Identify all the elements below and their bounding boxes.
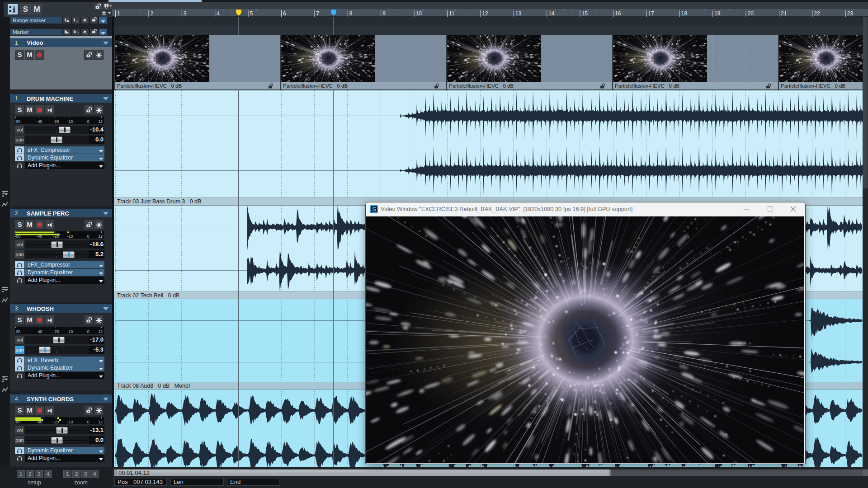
svg-text:22: 22: [814, 10, 820, 17]
svg-text:10: 10: [416, 10, 422, 17]
svg-text:1: 1: [117, 10, 120, 17]
svg-text:-10: -10: [67, 420, 73, 424]
svg-text:1: 1: [106, 5, 108, 9]
svg-text:12: 12: [99, 234, 103, 239]
svg-text:-40: -40: [37, 329, 42, 334]
svg-text:-10: -10: [67, 234, 73, 239]
svg-text:0: 0: [87, 329, 90, 334]
svg-text:15: 15: [582, 10, 588, 17]
svg-text:7: 7: [316, 10, 319, 17]
svg-text:6: 6: [283, 10, 286, 17]
svg-text:5: 5: [250, 10, 253, 17]
svg-text:2: 2: [150, 10, 153, 17]
svg-text:0: 0: [87, 420, 90, 424]
svg-text:3: 3: [184, 10, 187, 17]
svg-text:-80: -80: [15, 119, 21, 124]
svg-text:-10: -10: [67, 119, 73, 124]
svg-text:23: 23: [847, 10, 854, 17]
svg-text:0: 0: [87, 119, 90, 124]
svg-text:18: 18: [681, 10, 688, 17]
svg-text:-10: -10: [67, 329, 73, 334]
svg-text:-20: -20: [53, 420, 59, 424]
svg-text:12: 12: [99, 119, 103, 124]
svg-text:9: 9: [382, 10, 386, 17]
svg-text:-40: -40: [37, 119, 42, 124]
svg-text:12: 12: [99, 329, 103, 334]
svg-text:16: 16: [615, 10, 621, 17]
svg-text:8: 8: [349, 10, 353, 17]
svg-text:11: 11: [449, 10, 455, 17]
svg-text:12: 12: [482, 10, 488, 17]
svg-text:-20: -20: [53, 119, 59, 124]
svg-text:20: 20: [748, 10, 754, 17]
svg-text:-20: -20: [53, 329, 59, 334]
svg-text:13: 13: [515, 10, 522, 17]
svg-text:21: 21: [781, 10, 787, 17]
svg-text:4: 4: [217, 10, 220, 17]
svg-text:12: 12: [99, 420, 103, 424]
svg-text:14: 14: [548, 10, 555, 17]
svg-text:-80: -80: [15, 329, 21, 334]
svg-text:0: 0: [87, 234, 90, 239]
svg-text:19: 19: [714, 10, 721, 17]
svg-text:17: 17: [648, 10, 654, 17]
